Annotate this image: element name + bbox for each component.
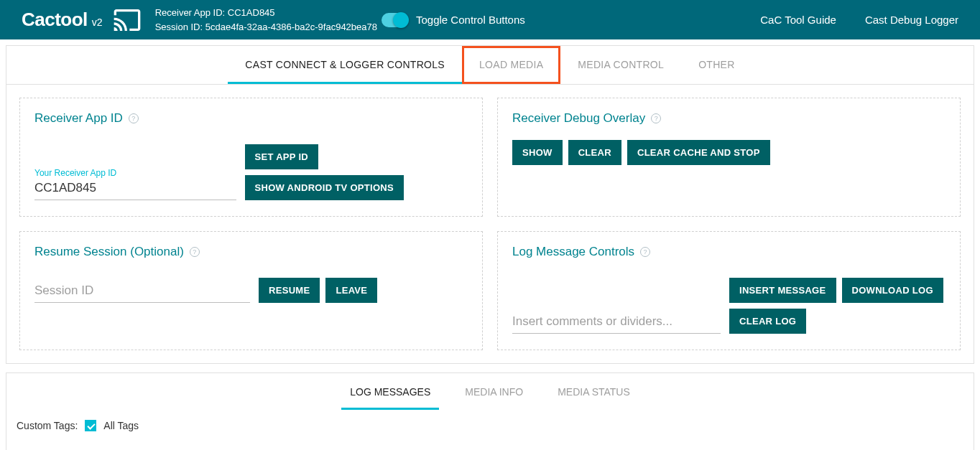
- tab-media-info[interactable]: MEDIA INFO: [456, 373, 532, 410]
- header-nav-links: CaC Tool Guide Cast Debug Logger: [760, 14, 958, 26]
- help-icon[interactable]: ?: [190, 247, 200, 257]
- session-id-input[interactable]: [34, 282, 250, 303]
- tab-media-status[interactable]: MEDIA STATUS: [549, 373, 639, 410]
- insert-message-button[interactable]: INSERT MESSAGE: [729, 278, 836, 303]
- receiver-app-id-label: Receiver App ID:: [155, 7, 226, 18]
- clear-overlay-button[interactable]: CLEAR: [568, 140, 621, 165]
- receiver-app-id-card: Receiver App ID ? Your Receiver App ID S…: [19, 98, 483, 217]
- receiver-app-id-floating-label: Your Receiver App ID: [34, 168, 236, 178]
- main-panel: CAST CONNECT & LOGGER CONTROLS LOAD MEDI…: [6, 45, 974, 364]
- clear-log-button[interactable]: CLEAR LOG: [729, 309, 806, 334]
- app-header: Cactool v2 Receiver App ID: CC1AD845 Ses…: [0, 0, 980, 39]
- receiver-app-id-title: Receiver App ID: [34, 111, 123, 126]
- receiver-app-id-value: CC1AD845: [228, 7, 275, 18]
- help-icon[interactable]: ?: [640, 247, 650, 257]
- tab-log-messages[interactable]: LOG MESSAGES: [341, 373, 439, 410]
- tab-cast-connect[interactable]: CAST CONNECT & LOGGER CONTROLS: [228, 46, 462, 84]
- tab-other[interactable]: OTHER: [681, 46, 752, 84]
- receiver-debug-overlay-card: Receiver Debug Overlay ? SHOW CLEAR CLEA…: [497, 98, 961, 217]
- receiver-debug-overlay-title: Receiver Debug Overlay: [512, 111, 645, 126]
- resume-session-card: Resume Session (Optional) ? RESUME LEAVE: [19, 231, 483, 350]
- leave-button[interactable]: LEAVE: [325, 278, 377, 303]
- brand: Cactool v2: [22, 9, 103, 31]
- nav-cac-tool-guide[interactable]: CaC Tool Guide: [760, 14, 836, 26]
- all-tags-checkbox[interactable]: [85, 420, 96, 431]
- clear-cache-stop-button[interactable]: CLEAR CACHE AND STOP: [627, 140, 770, 165]
- cast-icon: [110, 6, 144, 34]
- brand-name: Cactool: [22, 9, 88, 31]
- show-android-tv-options-button[interactable]: SHOW ANDROID TV OPTIONS: [245, 175, 404, 200]
- toggle-label: Toggle Control Buttons: [416, 14, 525, 26]
- tab-load-media[interactable]: LOAD MEDIA: [462, 46, 560, 84]
- log-comment-input[interactable]: [512, 313, 721, 334]
- cards-grid: Receiver App ID ? Your Receiver App ID S…: [6, 85, 974, 363]
- tab-media-control[interactable]: MEDIA CONTROL: [560, 46, 681, 84]
- toggle-switch[interactable]: [382, 13, 407, 27]
- main-tabs: CAST CONNECT & LOGGER CONTROLS LOAD MEDI…: [6, 46, 974, 85]
- session-id-label: Session ID:: [155, 22, 203, 32]
- log-message-controls-title: Log Message Controls: [512, 245, 634, 259]
- help-icon[interactable]: ?: [651, 113, 661, 123]
- resume-button[interactable]: RESUME: [259, 278, 320, 303]
- nav-cast-debug-logger[interactable]: Cast Debug Logger: [865, 14, 958, 26]
- toggle-control-buttons[interactable]: Toggle Control Buttons: [382, 13, 525, 27]
- help-icon[interactable]: ?: [129, 113, 139, 123]
- log-message-controls-card: Log Message Controls ? INSERT MESSAGE DO…: [497, 231, 961, 350]
- receiver-app-id-input[interactable]: [34, 179, 236, 200]
- brand-version: v2: [92, 17, 103, 28]
- toggle-knob: [393, 12, 409, 28]
- custom-tags-label: Custom Tags:: [17, 420, 78, 431]
- all-tags-label: All Tags: [103, 420, 139, 431]
- session-id-value: 5cdae4fa-32aa-4386-ba2c-9fac942bea78: [205, 22, 377, 32]
- set-app-id-button[interactable]: SET APP ID: [245, 144, 319, 169]
- download-log-button[interactable]: DOWNLOAD LOG: [842, 278, 943, 303]
- custom-tags-row: Custom Tags: All Tags: [17, 420, 963, 431]
- show-overlay-button[interactable]: SHOW: [512, 140, 563, 165]
- resume-session-title: Resume Session (Optional): [34, 245, 184, 259]
- log-panel: LOG MESSAGES MEDIA INFO MEDIA STATUS Cus…: [6, 372, 974, 450]
- session-info: Receiver App ID: CC1AD845 Session ID: 5c…: [155, 6, 377, 34]
- log-tabs: LOG MESSAGES MEDIA INFO MEDIA STATUS: [6, 373, 974, 410]
